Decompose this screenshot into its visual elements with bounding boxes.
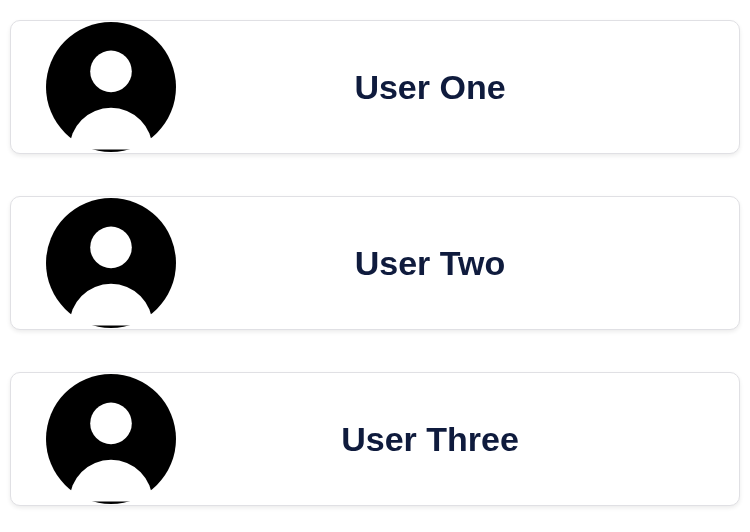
user-card[interactable]: User One [10, 20, 740, 154]
user-icon [46, 22, 176, 152]
user-list: User One User Two [10, 20, 740, 506]
user-icon [46, 198, 176, 328]
user-name-label: User One [181, 68, 719, 107]
svg-point-2 [46, 22, 176, 152]
user-name-label: User Two [181, 244, 719, 283]
user-card[interactable]: User Two [10, 196, 740, 330]
avatar [41, 369, 181, 509]
svg-point-5 [46, 198, 176, 328]
avatar [41, 193, 181, 333]
user-name-label: User Three [181, 420, 719, 459]
svg-point-8 [46, 374, 176, 504]
avatar [41, 17, 181, 157]
user-icon [46, 374, 176, 504]
user-card[interactable]: User Three [10, 372, 740, 506]
